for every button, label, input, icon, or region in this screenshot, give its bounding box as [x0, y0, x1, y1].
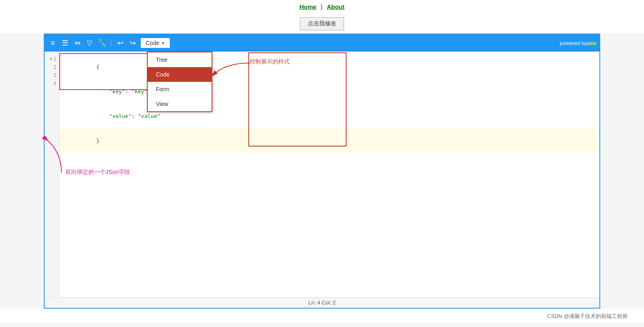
page-footer: CSDN @满脑子技术的前端工程师	[0, 309, 644, 322]
view-mode-dropdown: Tree Code Form View	[147, 52, 212, 112]
powered-by-text: powered by	[560, 40, 587, 46]
toolbar-divider	[111, 39, 111, 47]
about-link[interactable]: About	[327, 3, 345, 10]
undo-icon[interactable]: ↩	[115, 38, 125, 48]
ace-label: ace	[587, 40, 596, 46]
dropdown-item-tree[interactable]: Tree	[148, 52, 212, 67]
dropdown-item-form[interactable]: Form	[148, 82, 212, 97]
binding-annotation: 双向绑定的一个JSon字段	[65, 169, 130, 176]
status-text: Ln: 4 Col: 2	[308, 300, 336, 306]
dropdown-item-code[interactable]: Code	[148, 67, 212, 82]
line-num-4: 4	[45, 79, 59, 88]
nav-separator: |	[321, 3, 322, 10]
toolbar-icons: ≡ ☰ ⇔ ▽ 🔧 ↩ ↪	[48, 38, 137, 48]
powered-by: powered by ace	[560, 40, 596, 46]
code-line-2: "key": "key",	[59, 79, 599, 104]
code-content[interactable]: { "key": "key", "value": "value" }	[59, 52, 599, 297]
dropdown-arrow-icon: ▼	[161, 41, 165, 45]
line-num-2: 2	[45, 63, 59, 71]
line-num-3: 3	[45, 71, 59, 79]
home-link[interactable]: Home	[299, 3, 317, 10]
editor-toolbar: ≡ ☰ ⇔ ▽ 🔧 ↩ ↪ Code ▼ Tree Code Form View	[45, 34, 599, 52]
modify-button[interactable]: 点击我修改	[300, 17, 344, 30]
footer-text: CSDN @满脑子技术的前端工程师	[547, 313, 628, 319]
code-dropdown-button[interactable]: Code ▼	[141, 38, 170, 48]
code-dropdown-label: Code	[146, 40, 159, 46]
line-num-1: ▼ 1	[45, 55, 59, 63]
dropdown-item-view[interactable]: View	[148, 97, 212, 111]
filter-icon[interactable]: ▽	[85, 38, 95, 48]
code-line-4: }	[59, 129, 599, 153]
redo-icon[interactable]: ↪	[128, 38, 137, 48]
settings-icon[interactable]: 🔧	[97, 38, 107, 48]
code-line-1: {	[59, 55, 599, 79]
line-numbers: ▼ 1 2 3 4	[45, 52, 59, 297]
control-annotation: 控制展示的样式	[250, 58, 290, 65]
format-compact-icon[interactable]: ≡	[48, 38, 58, 48]
status-bar: Ln: 4 Col: 2	[45, 297, 599, 308]
format-two-col-icon[interactable]: ⇔	[72, 38, 82, 48]
fold-arrow-1[interactable]: ▼	[50, 55, 52, 63]
top-nav: Home | About	[0, 0, 644, 13]
format-normal-icon[interactable]: ☰	[60, 38, 70, 48]
code-line-3: "value": "value"	[59, 104, 599, 129]
button-area: 点击我修改	[0, 13, 644, 34]
